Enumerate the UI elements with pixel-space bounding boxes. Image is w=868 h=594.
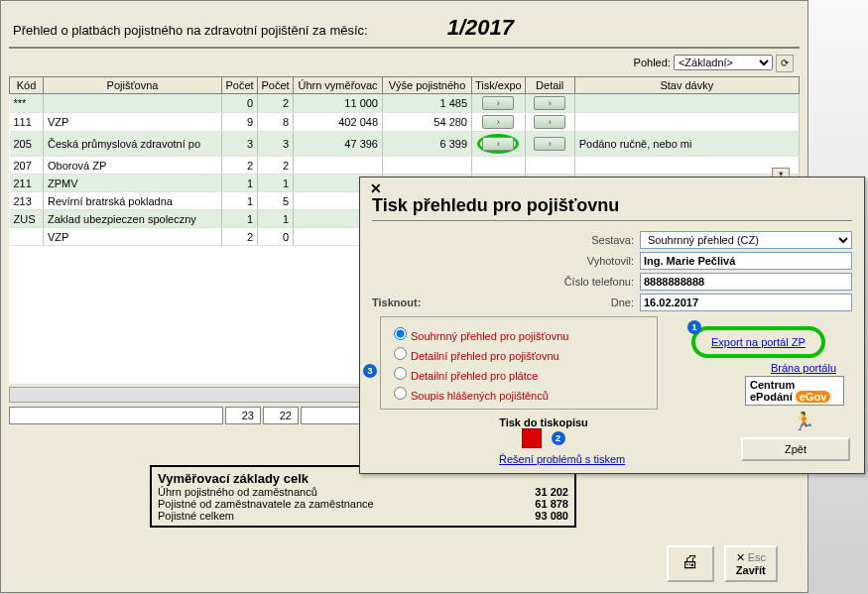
printer-icon: 🖨: [682, 551, 699, 571]
arrow-button[interactable]: ›: [534, 137, 565, 151]
summary-row-label: Úhrn pojistného od zaměstnanců: [158, 486, 317, 498]
arrow-button[interactable]: ›: [482, 115, 514, 129]
arrow-button[interactable]: ›: [534, 115, 565, 129]
vyhotovil-input[interactable]: [640, 252, 852, 270]
col-kod[interactable]: Kód: [10, 77, 44, 94]
centrum-epodani[interactable]: Centrum ePodání eGov: [745, 376, 844, 406]
col-vyse[interactable]: Výše pojistného: [383, 77, 472, 94]
reseni-problemu-link[interactable]: Řešení problémů s tiskem: [499, 453, 625, 465]
esc-label: Esc: [748, 551, 766, 563]
print-dialog: ✕ Tisk přehledu pro pojišťovnu Sestava: …: [359, 177, 865, 474]
badge-1: 1: [687, 320, 701, 334]
badge-3: 3: [363, 364, 377, 378]
tisk-do-tiskopisu[interactable]: Tisk do tiskopisu 2: [499, 416, 588, 448]
total-pocet1: 23: [225, 407, 261, 424]
bottom-buttons: 🖨 ✕ Esc Zavřít: [667, 545, 778, 582]
col-pocet1[interactable]: Počet: [222, 77, 258, 94]
col-stav[interactable]: Stav dávky: [574, 77, 799, 94]
export-highlight: Export na portál ZP: [691, 326, 825, 358]
sestava-select[interactable]: Souhrnný přehled (CZ): [640, 231, 852, 249]
table-header-row: Kód Pojišťovna Počet Počet Úhrn vyměřova…: [10, 77, 800, 94]
tel-label: Číslo telefonu:: [372, 276, 640, 288]
col-tisk[interactable]: Tisk/expo: [472, 77, 526, 94]
print-option-2[interactable]: Detailní přehled pro pojišťovnu: [389, 343, 649, 363]
arrow-button[interactable]: ›: [534, 96, 565, 110]
close-x-icon: ✕: [736, 551, 745, 563]
total-pocet2: 22: [263, 407, 299, 424]
badge-2: 2: [552, 431, 565, 445]
col-detail[interactable]: Detail: [525, 77, 574, 94]
dialog-close-button[interactable]: ✕: [364, 179, 388, 197]
page-period: 1/2017: [447, 15, 514, 41]
zpet-button[interactable]: Zpět: [741, 437, 850, 461]
pohled-row: Pohled: <Základní> ⟳: [9, 53, 800, 76]
arrow-button[interactable]: ›: [482, 137, 514, 151]
brana-portal-link[interactable]: Brána portálu: [691, 358, 850, 378]
dne-label: Dne:: [412, 297, 640, 308]
print-option-1[interactable]: Souhrnný přehled pro pojišťovnu: [389, 323, 649, 343]
vyhotovil-label: Vyhotovil:: [372, 255, 640, 267]
export-block: 1 Export na portál ZP Brána portálu: [691, 326, 850, 378]
summary-row-val: 93 080: [489, 510, 568, 522]
export-portal-link[interactable]: Export na portál ZP: [705, 332, 811, 352]
sestava-label: Sestava:: [372, 234, 640, 246]
dialog-title: Tisk přehledu pro pojišťovnu: [372, 195, 852, 221]
pdf-icon: [522, 428, 542, 448]
table-row[interactable]: 207Oborová ZP22: [10, 157, 800, 175]
summary-box: Vyměřovací základy celk Úhrn pojistného …: [150, 465, 576, 528]
pohled-select[interactable]: <Základní>: [674, 55, 773, 70]
runner-icon: 🏃: [793, 411, 814, 432]
title-bar: Přehled o platbách pojistného na zdravot…: [9, 7, 800, 49]
tel-input[interactable]: [640, 273, 852, 291]
summary-row-val: 61 878: [489, 498, 568, 510]
table-row[interactable]: 111VZP98402 04854 280››: [10, 113, 800, 132]
summary-row-label: Pojistné celkem: [158, 510, 234, 522]
col-uhrn[interactable]: Úhrn vyměřovac: [294, 77, 383, 94]
arrow-button[interactable]: ›: [482, 96, 514, 110]
col-pocet2[interactable]: Počet: [258, 77, 294, 94]
close-button[interactable]: ✕ Esc Zavřít: [724, 545, 778, 582]
print-option-4[interactable]: Soupis hlášených pojištěnců: [389, 383, 649, 403]
page-title: Přehled o platbách pojistného na zdravot…: [13, 23, 368, 38]
summary-row-label: Pojistné od zaměstnavatele za zaměstnanc…: [158, 498, 374, 510]
summary-row-val: 31 202: [489, 486, 568, 498]
dne-input[interactable]: [640, 294, 852, 311]
pohled-label: Pohled:: [634, 57, 671, 68]
col-pojistovna[interactable]: Pojišťovna: [44, 77, 222, 94]
table-row[interactable]: 205Česká průmyslová zdravotní po3347 396…: [10, 132, 800, 157]
table-row[interactable]: ***0211 0001 485››: [10, 94, 800, 113]
tisknout-label: Tisknout:: [372, 297, 412, 308]
print-button[interactable]: 🖨: [667, 545, 714, 582]
print-option-3[interactable]: 3 Detailní přehled pro plátce: [389, 363, 649, 383]
print-options-group: Souhrnný přehled pro pojišťovnu Detailní…: [380, 316, 658, 410]
zavrit-label: Zavřít: [736, 564, 766, 576]
refresh-icon[interactable]: ⟳: [776, 55, 794, 72]
